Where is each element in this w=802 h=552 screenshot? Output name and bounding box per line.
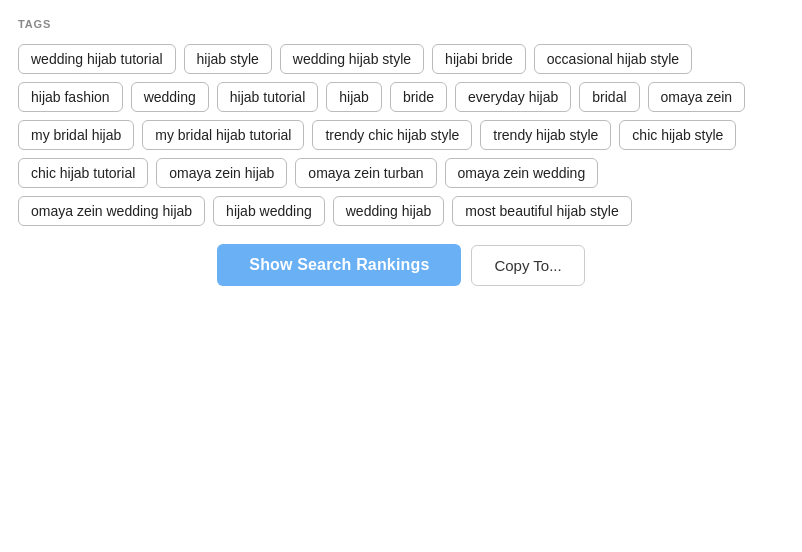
tag-item[interactable]: chic hijab style — [619, 120, 736, 150]
tag-item[interactable]: trendy hijab style — [480, 120, 611, 150]
tag-item[interactable]: my bridal hijab — [18, 120, 134, 150]
tag-item[interactable]: omaya zein turban — [295, 158, 436, 188]
tag-item[interactable]: hijab tutorial — [217, 82, 319, 112]
tag-item[interactable]: hijabi bride — [432, 44, 526, 74]
main-container: TAGS wedding hijab tutorialhijab stylewe… — [0, 0, 802, 304]
tag-item[interactable]: hijab style — [184, 44, 272, 74]
tag-item[interactable]: omaya zein hijab — [156, 158, 287, 188]
tag-item[interactable]: omaya zein wedding — [445, 158, 599, 188]
tag-item[interactable]: bride — [390, 82, 447, 112]
tag-item[interactable]: chic hijab tutorial — [18, 158, 148, 188]
tags-area: wedding hijab tutorialhijab stylewedding… — [18, 44, 784, 226]
tag-item[interactable]: trendy chic hijab style — [312, 120, 472, 150]
tag-item[interactable]: occasional hijab style — [534, 44, 692, 74]
tag-item[interactable]: wedding — [131, 82, 209, 112]
copy-to-button[interactable]: Copy To... — [471, 245, 584, 286]
tag-item[interactable]: everyday hijab — [455, 82, 571, 112]
tag-item[interactable]: wedding hijab style — [280, 44, 424, 74]
tag-item[interactable]: wedding hijab tutorial — [18, 44, 176, 74]
tag-item[interactable]: bridal — [579, 82, 639, 112]
actions-row: Show Search Rankings Copy To... — [18, 244, 784, 286]
tag-item[interactable]: omaya zein — [648, 82, 746, 112]
tag-item[interactable]: omaya zein wedding hijab — [18, 196, 205, 226]
tag-item[interactable]: hijab fashion — [18, 82, 123, 112]
tags-section-label: TAGS — [18, 18, 784, 30]
tag-item[interactable]: most beautiful hijab style — [452, 196, 631, 226]
tag-item[interactable]: my bridal hijab tutorial — [142, 120, 304, 150]
tag-item[interactable]: hijab wedding — [213, 196, 325, 226]
tag-item[interactable]: wedding hijab — [333, 196, 445, 226]
show-rankings-button[interactable]: Show Search Rankings — [217, 244, 461, 286]
tag-item[interactable]: hijab — [326, 82, 382, 112]
